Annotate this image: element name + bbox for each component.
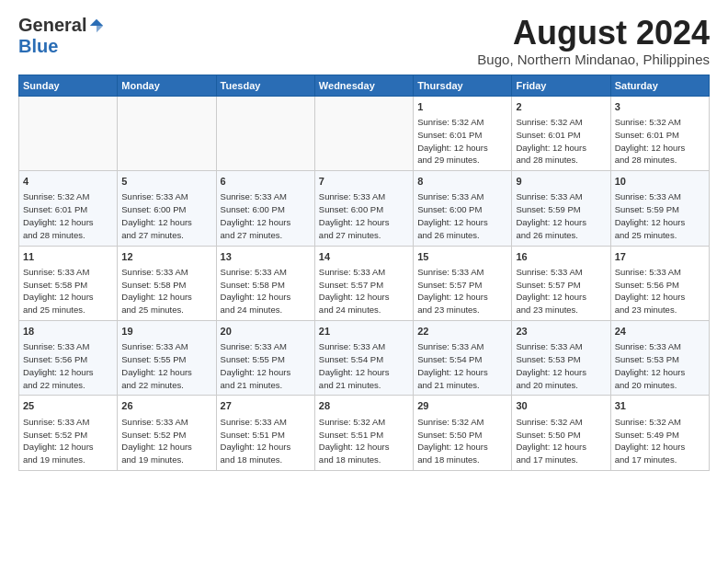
logo-icon [88, 17, 105, 34]
weekday-header-sunday: Sunday [19, 75, 118, 96]
calendar-table: SundayMondayTuesdayWednesdayThursdayFrid… [18, 75, 710, 471]
day-info: Sunrise: 5:33 AM Sunset: 5:51 PM Dayligh… [221, 416, 311, 466]
day-number: 1 [417, 100, 507, 114]
title-block: August 2024 Bugo, Northern Mindanao, Phi… [477, 15, 710, 67]
calendar-cell: 15Sunrise: 5:33 AM Sunset: 5:57 PM Dayli… [414, 246, 512, 320]
day-info: Sunrise: 5:33 AM Sunset: 6:00 PM Dayligh… [121, 190, 211, 241]
calendar-cell: 19Sunrise: 5:33 AM Sunset: 5:55 PM Dayli… [118, 320, 216, 395]
calendar-cell: 10Sunrise: 5:33 AM Sunset: 5:59 PM Dayli… [610, 171, 709, 246]
page-header: General Blue August 2024 Bugo, Northern … [18, 15, 710, 67]
calendar-cell: 6Sunrise: 5:33 AM Sunset: 6:00 PM Daylig… [216, 171, 314, 246]
calendar-cell: 26Sunrise: 5:33 AM Sunset: 5:52 PM Dayli… [118, 396, 216, 470]
calendar-cell: 1Sunrise: 5:32 AM Sunset: 6:01 PM Daylig… [414, 96, 512, 170]
day-number: 17 [615, 250, 705, 264]
calendar-cell: 24Sunrise: 5:33 AM Sunset: 5:53 PM Dayli… [610, 320, 709, 395]
calendar-week-row: 18Sunrise: 5:33 AM Sunset: 5:56 PM Dayli… [19, 320, 710, 395]
day-info: Sunrise: 5:33 AM Sunset: 6:00 PM Dayligh… [417, 190, 507, 241]
calendar-week-row: 25Sunrise: 5:33 AM Sunset: 5:52 PM Dayli… [19, 396, 710, 470]
day-number: 19 [121, 325, 211, 339]
day-info: Sunrise: 5:33 AM Sunset: 5:53 PM Dayligh… [516, 340, 606, 391]
page-subtitle: Bugo, Northern Mindanao, Philippines [477, 52, 710, 67]
day-info: Sunrise: 5:33 AM Sunset: 5:56 PM Dayligh… [23, 340, 113, 391]
calendar-cell [118, 96, 216, 170]
day-number: 2 [516, 100, 606, 114]
day-number: 15 [417, 250, 507, 264]
weekday-header-wednesday: Wednesday [314, 75, 413, 96]
logo-blue-text: Blue [18, 36, 58, 56]
calendar-cell: 2Sunrise: 5:32 AM Sunset: 6:01 PM Daylig… [512, 96, 610, 170]
day-number: 21 [319, 325, 409, 339]
day-info: Sunrise: 5:33 AM Sunset: 5:52 PM Dayligh… [23, 416, 113, 466]
day-number: 20 [221, 325, 311, 339]
svg-marker-0 [90, 18, 103, 25]
calendar-cell: 18Sunrise: 5:33 AM Sunset: 5:56 PM Dayli… [19, 320, 118, 395]
calendar-cell: 13Sunrise: 5:33 AM Sunset: 5:58 PM Dayli… [216, 246, 314, 320]
day-info: Sunrise: 5:33 AM Sunset: 5:54 PM Dayligh… [417, 340, 507, 391]
logo-general-text: General [18, 15, 86, 36]
calendar-cell [216, 96, 314, 170]
calendar-cell: 27Sunrise: 5:33 AM Sunset: 5:51 PM Dayli… [216, 396, 314, 470]
calendar-cell: 30Sunrise: 5:32 AM Sunset: 5:50 PM Dayli… [512, 396, 610, 470]
day-number: 23 [516, 325, 606, 339]
calendar-cell: 17Sunrise: 5:33 AM Sunset: 5:56 PM Dayli… [610, 246, 709, 320]
calendar-header-row: SundayMondayTuesdayWednesdayThursdayFrid… [19, 75, 710, 96]
day-info: Sunrise: 5:33 AM Sunset: 5:57 PM Dayligh… [319, 266, 409, 316]
calendar-cell: 3Sunrise: 5:32 AM Sunset: 6:01 PM Daylig… [610, 96, 709, 170]
day-info: Sunrise: 5:32 AM Sunset: 5:51 PM Dayligh… [319, 416, 409, 466]
day-number: 12 [121, 250, 211, 264]
calendar-cell [314, 96, 413, 170]
day-number: 24 [615, 325, 705, 339]
page-title: August 2024 [477, 15, 710, 52]
day-info: Sunrise: 5:32 AM Sunset: 5:50 PM Dayligh… [417, 416, 507, 466]
weekday-header-thursday: Thursday [414, 75, 512, 96]
day-info: Sunrise: 5:32 AM Sunset: 5:50 PM Dayligh… [516, 416, 606, 466]
day-info: Sunrise: 5:33 AM Sunset: 5:57 PM Dayligh… [417, 266, 507, 316]
calendar-cell: 20Sunrise: 5:33 AM Sunset: 5:55 PM Dayli… [216, 320, 314, 395]
calendar-cell: 23Sunrise: 5:33 AM Sunset: 5:53 PM Dayli… [512, 320, 610, 395]
calendar-cell: 5Sunrise: 5:33 AM Sunset: 6:00 PM Daylig… [118, 171, 216, 246]
logo: General Blue [18, 15, 105, 57]
day-number: 29 [417, 399, 507, 413]
day-number: 6 [221, 175, 311, 189]
svg-marker-1 [97, 26, 103, 32]
day-info: Sunrise: 5:32 AM Sunset: 6:01 PM Dayligh… [417, 116, 507, 167]
day-number: 30 [516, 399, 606, 413]
calendar-cell: 8Sunrise: 5:33 AM Sunset: 6:00 PM Daylig… [414, 171, 512, 246]
weekday-header-tuesday: Tuesday [216, 75, 314, 96]
day-info: Sunrise: 5:33 AM Sunset: 5:56 PM Dayligh… [615, 266, 705, 316]
day-info: Sunrise: 5:33 AM Sunset: 5:59 PM Dayligh… [615, 190, 705, 241]
calendar-week-row: 1Sunrise: 5:32 AM Sunset: 6:01 PM Daylig… [19, 96, 710, 170]
day-info: Sunrise: 5:33 AM Sunset: 5:53 PM Dayligh… [615, 340, 705, 391]
day-number: 9 [516, 175, 606, 189]
day-number: 25 [23, 399, 113, 413]
calendar-cell: 14Sunrise: 5:33 AM Sunset: 5:57 PM Dayli… [314, 246, 413, 320]
calendar-cell: 29Sunrise: 5:32 AM Sunset: 5:50 PM Dayli… [414, 396, 512, 470]
day-number: 27 [221, 399, 311, 413]
calendar-cell: 12Sunrise: 5:33 AM Sunset: 5:58 PM Dayli… [118, 246, 216, 320]
day-info: Sunrise: 5:33 AM Sunset: 5:59 PM Dayligh… [516, 190, 606, 241]
day-number: 8 [417, 175, 507, 189]
day-number: 26 [121, 399, 211, 413]
day-info: Sunrise: 5:33 AM Sunset: 6:00 PM Dayligh… [319, 190, 409, 241]
day-info: Sunrise: 5:33 AM Sunset: 5:58 PM Dayligh… [23, 266, 113, 316]
day-info: Sunrise: 5:32 AM Sunset: 6:01 PM Dayligh… [615, 116, 705, 167]
day-number: 31 [615, 399, 705, 413]
day-number: 11 [23, 250, 113, 264]
calendar-cell: 21Sunrise: 5:33 AM Sunset: 5:54 PM Dayli… [314, 320, 413, 395]
calendar-cell: 7Sunrise: 5:33 AM Sunset: 6:00 PM Daylig… [314, 171, 413, 246]
weekday-header-saturday: Saturday [610, 75, 709, 96]
day-info: Sunrise: 5:33 AM Sunset: 5:52 PM Dayligh… [121, 416, 211, 466]
calendar-cell: 25Sunrise: 5:33 AM Sunset: 5:52 PM Dayli… [19, 396, 118, 470]
day-number: 16 [516, 250, 606, 264]
day-info: Sunrise: 5:33 AM Sunset: 6:00 PM Dayligh… [221, 190, 311, 241]
day-info: Sunrise: 5:33 AM Sunset: 5:57 PM Dayligh… [516, 266, 606, 316]
day-number: 3 [615, 100, 705, 114]
day-info: Sunrise: 5:32 AM Sunset: 5:49 PM Dayligh… [615, 416, 705, 466]
day-number: 13 [221, 250, 311, 264]
weekday-header-monday: Monday [118, 75, 216, 96]
calendar-cell: 16Sunrise: 5:33 AM Sunset: 5:57 PM Dayli… [512, 246, 610, 320]
day-info: Sunrise: 5:32 AM Sunset: 6:01 PM Dayligh… [23, 190, 113, 241]
calendar-cell: 11Sunrise: 5:33 AM Sunset: 5:58 PM Dayli… [19, 246, 118, 320]
day-info: Sunrise: 5:33 AM Sunset: 5:55 PM Dayligh… [221, 340, 311, 391]
day-info: Sunrise: 5:32 AM Sunset: 6:01 PM Dayligh… [516, 116, 606, 167]
